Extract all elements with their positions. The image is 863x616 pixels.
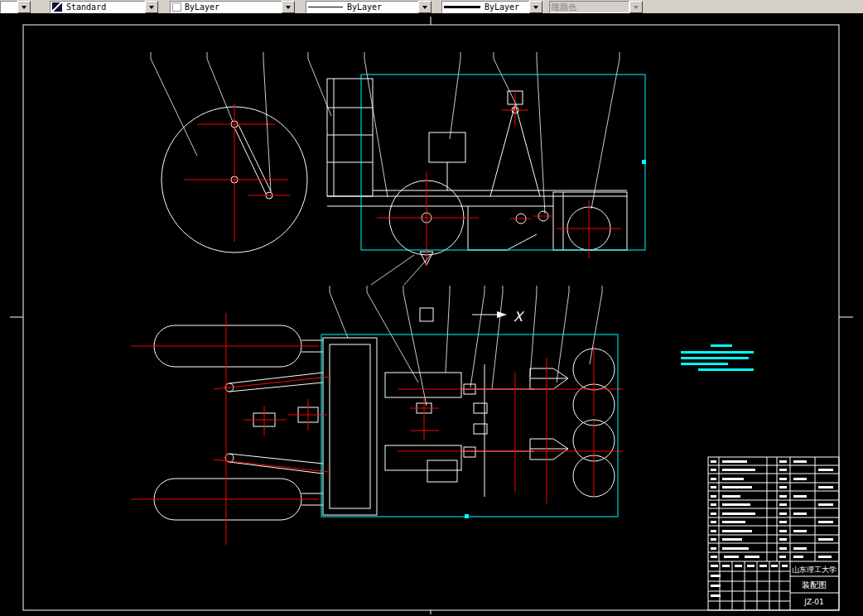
object-properties-toolbar: Standard ByLayer ByLayer ByLayer 随颜色 xyxy=(0,0,863,14)
color-control-field[interactable]: ByLayer xyxy=(170,1,282,13)
plotstyle-control-value: 随颜色 xyxy=(552,2,576,12)
leader-lines-top[interactable] xyxy=(151,52,620,214)
dropdown-arrow-icon[interactable] xyxy=(529,1,542,13)
linetype-control-value: ByLayer xyxy=(347,2,382,12)
lineweight-control-combo[interactable]: ByLayer xyxy=(441,1,542,12)
drawing-title: 装配图 xyxy=(802,580,827,590)
text-style-field[interactable]: Standard xyxy=(50,1,145,13)
text-style-value: Standard xyxy=(66,2,106,12)
dropdown-arrow-icon[interactable] xyxy=(17,1,31,13)
text-style-icon xyxy=(52,2,62,12)
color-swatch-icon xyxy=(172,2,181,12)
lineweight-sample-icon xyxy=(444,6,480,8)
linetype-sample-icon xyxy=(308,7,343,7)
layer-combo-partial[interactable] xyxy=(0,1,31,12)
dropdown-arrow-icon[interactable] xyxy=(282,1,295,13)
sheet-border[interactable] xyxy=(10,17,853,614)
side-view-centerlines[interactable] xyxy=(184,93,621,267)
organization-name: 山东理工大学 xyxy=(792,565,836,574)
drawing-canvas[interactable]: X xyxy=(0,13,863,616)
color-control-value: ByLayer xyxy=(185,2,219,12)
technical-notes-text[interactable] xyxy=(681,344,754,371)
dropdown-arrow-icon xyxy=(629,1,643,13)
dropdown-arrow-icon[interactable] xyxy=(145,1,158,13)
lineweight-control-field[interactable]: ByLayer xyxy=(441,1,529,13)
text-style-combo[interactable]: Standard xyxy=(50,1,158,12)
plotstyle-control-field: 随颜色 xyxy=(549,1,629,13)
plan-view-geometry[interactable] xyxy=(154,325,615,520)
x-axis-label: X xyxy=(513,309,525,325)
color-control-combo[interactable]: ByLayer xyxy=(170,1,295,12)
linetype-control-combo[interactable]: ByLayer xyxy=(306,1,432,12)
drawing-number: JZ-01 xyxy=(803,598,823,606)
layer-combo-field[interactable] xyxy=(0,1,17,13)
lineweight-control-value: ByLayer xyxy=(485,2,519,12)
title-block-text: 山东理工大学 装配图 JZ-01 xyxy=(792,565,836,606)
plotstyle-control-combo: 随颜色 xyxy=(549,1,643,12)
linetype-control-field[interactable]: ByLayer xyxy=(306,1,418,13)
side-view-geometry[interactable] xyxy=(162,79,627,265)
dropdown-arrow-icon[interactable] xyxy=(418,1,432,13)
x-axis-marker[interactable]: X xyxy=(420,308,525,325)
